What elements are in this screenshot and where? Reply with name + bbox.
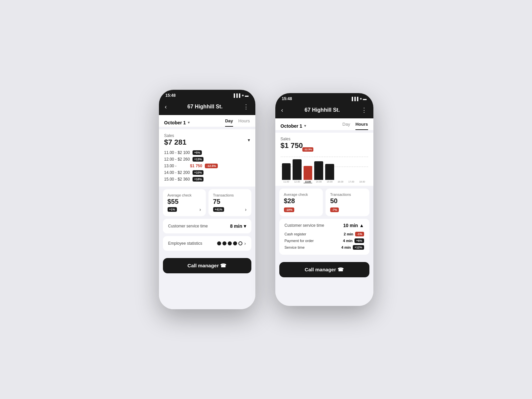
metrics-row-left: Average check $55 +1% › Transactions 75 …: [163, 189, 251, 216]
date-selector-left[interactable]: October 1 ▼: [164, 120, 191, 125]
wifi-icon: ⌖: [242, 93, 244, 98]
transactions-value-right: 50: [330, 197, 365, 205]
service-detail-service: Service time 4 min +12%: [285, 244, 364, 251]
avg-check-label-left: Average check: [168, 193, 201, 197]
sales-list-left: 11.00 - $2 100 +5% 12.00 - $2 260 +13% 1…: [159, 148, 255, 187]
chart-x-labels: 11.00 12.00 13.00 14.00 15.00 16.00 17.0…: [281, 181, 368, 183]
back-icon-right[interactable]: ‹: [281, 107, 283, 114]
tabs-left: Day Hours: [225, 118, 250, 127]
service-value-left: 8 min ▾: [230, 223, 246, 229]
service-label-left: Customer service time: [168, 224, 208, 228]
header-title-right: 67 Highhill St.: [305, 107, 340, 113]
avg-check-left: Average check $55 +1% ›: [163, 189, 206, 216]
date-chevron-left: ▼: [187, 121, 191, 124]
avg-check-value-right: $28: [284, 197, 319, 205]
app-header-left: ‹ 67 Highhill St. ⋮: [159, 100, 255, 115]
employee-row-left[interactable]: Employee statistics ›: [163, 236, 251, 251]
bar-12: [293, 153, 302, 180]
left-content: October 1 ▼ Day Hours Sales $7 281 ▾: [159, 115, 255, 309]
service-time-right[interactable]: Customer service time 10 min ▲ Cash regi…: [279, 219, 369, 255]
tab-hours-left[interactable]: Hours: [238, 118, 250, 127]
service-detail-cash: Cash register 2 min -1%: [285, 231, 364, 237]
service-badge: +12%: [353, 245, 364, 250]
transactions-value-left: 75: [213, 198, 247, 205]
chart-section-right: Sales $1 750: [275, 133, 373, 186]
phone-left: 15:48 ▐▐▐ ⌖ ▬ ‹ 67 Highhill St. ⋮ Octobe…: [159, 90, 255, 309]
avg-check-badge-left: +1%: [168, 207, 177, 212]
time-right: 15:48: [282, 96, 292, 101]
time-left: 15:48: [166, 93, 176, 98]
bar-chart: -12.5%: [281, 153, 368, 183]
bar-14: [314, 153, 323, 180]
sales-chevron-left[interactable]: ▾: [248, 137, 250, 143]
wifi-icon-r: ⌖: [360, 97, 362, 101]
dot-5: [238, 241, 242, 245]
bar-badge: -12.5%: [302, 147, 313, 152]
date-tabs-left: October 1 ▼ Day Hours: [159, 115, 255, 127]
sales-row-4: 15.00 - $2 360 +18%: [164, 176, 250, 183]
signal-icon: ▐▐▐: [232, 93, 240, 97]
avg-check-right: Average check $28 -10%: [279, 189, 323, 216]
bar-16: [336, 153, 345, 180]
metrics-row-right: Average check $28 -10% Transactions 50 -…: [279, 189, 369, 216]
bar-18: [358, 153, 367, 180]
tab-day-left[interactable]: Day: [225, 118, 233, 127]
sales-label-left: Sales: [164, 133, 187, 138]
payment-badge: +6%: [354, 238, 364, 243]
call-manager-right[interactable]: Call manager ☎: [279, 262, 369, 277]
bar-11: [282, 153, 291, 180]
transactions-label-right: Transactions: [330, 193, 365, 197]
employee-arrow[interactable]: ›: [244, 241, 246, 246]
date-selector-right[interactable]: October 1 ▼: [281, 123, 307, 129]
transactions-badge-right: -7%: [330, 207, 339, 212]
service-chevron-right: ▲: [359, 223, 364, 228]
transactions-left: Transactions 75 +41% ›: [208, 189, 251, 216]
cash-badge: -1%: [355, 232, 364, 236]
sales-row-2: 13.00 - $1 750 -12.5%: [164, 163, 250, 169]
transactions-arrow[interactable]: ›: [245, 207, 247, 212]
call-manager-left[interactable]: Call manager ☎: [163, 258, 251, 273]
status-icons-left: ▐▐▐ ⌖ ▬: [232, 93, 248, 98]
header-title-left: 67 Highhill St.: [188, 104, 223, 110]
battery-icon-r: ▬: [363, 97, 367, 101]
status-bar-right: 15:48 ▐▐▐ ⌖ ▬: [275, 93, 373, 103]
status-bar-left: 15:48 ▐▐▐ ⌖ ▬: [159, 90, 255, 100]
service-detail-header: Customer service time 10 min ▲: [285, 223, 364, 228]
bar-17: [347, 153, 356, 180]
sales-row-0: 11.00 - $2 100 +5%: [164, 149, 250, 156]
service-label-right: Customer service time: [285, 223, 324, 228]
service-time-left[interactable]: Customer service time 8 min ▾: [163, 219, 251, 233]
transactions-right: Transactions 50 -7%: [326, 189, 369, 216]
dot-4: [233, 241, 237, 245]
tab-day-right[interactable]: Day: [342, 122, 350, 130]
date-tabs-right: October 1 ▼ Day Hours: [275, 118, 373, 130]
sales-row-3: 14.00 - $2 200 +10%: [164, 169, 250, 176]
bar-13: -12.5%: [304, 153, 313, 180]
tabs-right: Day Hours: [342, 122, 368, 130]
service-detail-payment: Payment for order 4 min +6%: [285, 237, 364, 244]
date-label-right: October 1: [281, 123, 302, 129]
sales-label-right: Sales: [281, 137, 368, 141]
more-icon-left[interactable]: ⋮: [243, 103, 249, 110]
right-content: October 1 ▼ Day Hours Sales $1 750: [275, 118, 373, 306]
phone-right: 15:48 ▐▐▐ ⌖ ▬ ‹ 67 Highhill St. ⋮ Octobe…: [275, 93, 373, 306]
dot-3: [228, 241, 232, 245]
sales-total-right: $1 750: [281, 141, 368, 150]
sales-total-left: $7 281: [164, 138, 187, 147]
sales-header-left: Sales $7 281 ▾: [159, 129, 255, 148]
status-icons-right: ▐▐▐ ⌖ ▬: [350, 97, 366, 101]
avg-check-label-right: Average check: [284, 193, 319, 197]
dot-1: [217, 241, 221, 245]
avg-check-value-left: $55: [168, 198, 201, 205]
app-header-right: ‹ 67 Highhill St. ⋮: [275, 103, 373, 118]
transactions-label-left: Transactions: [213, 193, 247, 197]
sales-row-1: 12.00 - $2 260 +13%: [164, 156, 250, 163]
back-icon[interactable]: ‹: [165, 103, 167, 110]
bar-15: [325, 153, 334, 180]
service-chevron-left: ▾: [244, 223, 246, 229]
employee-label-left: Employee statistics: [168, 241, 202, 246]
tab-hours-right[interactable]: Hours: [355, 122, 368, 130]
date-label-left: October 1: [164, 120, 186, 125]
more-icon-right[interactable]: ⋮: [361, 106, 367, 114]
avg-check-arrow[interactable]: ›: [200, 207, 201, 212]
